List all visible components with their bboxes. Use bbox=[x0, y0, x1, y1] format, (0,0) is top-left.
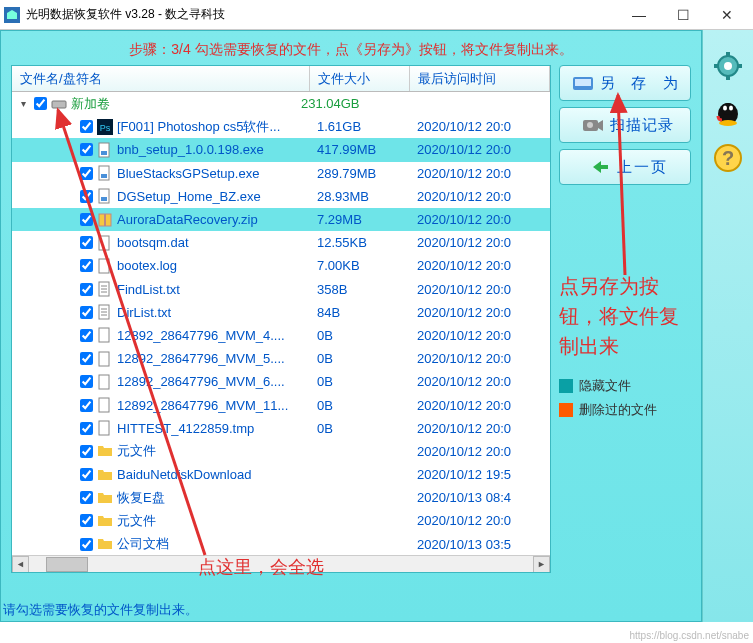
file-size: 417.99MB bbox=[317, 142, 417, 157]
tree-row[interactable]: DGSetup_Home_BZ.exe28.93MB2020/10/12 20:… bbox=[12, 185, 550, 208]
camera-icon bbox=[582, 116, 604, 134]
file-date: 2020/10/12 20:0 bbox=[417, 328, 511, 343]
file-date: 2020/10/12 20:0 bbox=[417, 258, 511, 273]
file-name: bootex.log bbox=[117, 258, 317, 273]
annotation-saveas: 点另存为按钮，将文件复制出来 bbox=[559, 271, 691, 361]
file-type-icon bbox=[97, 513, 113, 529]
gear-icon[interactable] bbox=[712, 50, 744, 82]
row-checkbox[interactable] bbox=[80, 213, 93, 226]
row-checkbox[interactable] bbox=[80, 538, 93, 551]
prev-button[interactable]: 上一页 bbox=[559, 149, 691, 185]
file-date: 2020/10/13 03:5 bbox=[417, 537, 511, 552]
svg-rect-34 bbox=[726, 75, 730, 80]
svg-rect-26 bbox=[99, 421, 109, 435]
row-checkbox[interactable] bbox=[80, 190, 93, 203]
file-date: 2020/10/12 20:0 bbox=[417, 212, 511, 227]
file-name: 恢复E盘 bbox=[117, 489, 317, 507]
minimize-button[interactable]: — bbox=[617, 0, 661, 29]
file-type-icon bbox=[97, 374, 113, 390]
tree-row[interactable]: 元文件2020/10/12 20:0 bbox=[12, 440, 550, 463]
row-checkbox[interactable] bbox=[80, 120, 93, 133]
file-name: bnb_setup_1.0.0.198.exe bbox=[117, 142, 317, 157]
tree-row[interactable]: 12892_28647796_MVM_5....0B2020/10/12 20:… bbox=[12, 347, 550, 370]
row-checkbox[interactable] bbox=[80, 259, 93, 272]
file-date: 2020/10/12 20:0 bbox=[417, 513, 511, 528]
saveas-button[interactable]: 另 存 为 bbox=[559, 65, 691, 101]
tree-row-root[interactable]: ▾新加卷231.04GB bbox=[12, 92, 550, 115]
tree-row[interactable]: bootex.log7.00KB2020/10/12 20:0 bbox=[12, 254, 550, 277]
row-checkbox[interactable] bbox=[80, 306, 93, 319]
file-tree[interactable]: ▾新加卷231.04GBPs[F001] Photoshop cs5软件...1… bbox=[12, 92, 550, 554]
row-checkbox[interactable] bbox=[80, 283, 93, 296]
col-size[interactable]: 文件大小 bbox=[310, 66, 410, 91]
qq-icon[interactable] bbox=[712, 96, 744, 128]
row-checkbox[interactable] bbox=[80, 352, 93, 365]
svg-rect-22 bbox=[99, 328, 109, 342]
row-checkbox[interactable] bbox=[80, 167, 93, 180]
file-size: 0B bbox=[317, 328, 417, 343]
file-type-icon bbox=[97, 420, 113, 436]
tree-row[interactable]: 元文件2020/10/12 20:0 bbox=[12, 509, 550, 532]
scroll-thumb[interactable] bbox=[46, 557, 88, 572]
tree-row[interactable]: 公司文档2020/10/13 03:5 bbox=[12, 533, 550, 554]
row-checkbox[interactable] bbox=[80, 236, 93, 249]
svg-text:?: ? bbox=[722, 147, 734, 169]
checkbox-root[interactable] bbox=[34, 97, 47, 110]
col-name[interactable]: 文件名/盘符名 bbox=[12, 66, 310, 91]
scroll-left-icon[interactable]: ◄ bbox=[12, 556, 29, 573]
scroll-right-icon[interactable]: ► bbox=[533, 556, 550, 573]
file-type-icon bbox=[97, 188, 113, 204]
file-size: 0B bbox=[317, 374, 417, 389]
file-size: 358B bbox=[317, 282, 417, 297]
row-checkbox[interactable] bbox=[80, 422, 93, 435]
tree-row[interactable]: 12892_28647796_MVM_11...0B2020/10/12 20:… bbox=[12, 393, 550, 416]
file-type-icon bbox=[97, 397, 113, 413]
row-checkbox[interactable] bbox=[80, 375, 93, 388]
tree-row[interactable]: BlueStacksGPSetup.exe289.79MB2020/10/12 … bbox=[12, 162, 550, 185]
row-checkbox[interactable] bbox=[80, 468, 93, 481]
help-icon[interactable]: ? bbox=[712, 142, 744, 174]
row-checkbox[interactable] bbox=[80, 143, 93, 156]
tree-row[interactable]: 12892_28647796_MVM_4....0B2020/10/12 20:… bbox=[12, 324, 550, 347]
file-date: 2020/10/12 20:0 bbox=[417, 189, 511, 204]
tree-row[interactable]: bootsqm.dat12.55KB2020/10/12 20:0 bbox=[12, 231, 550, 254]
tree-row[interactable]: 12892_28647796_MVM_6....0B2020/10/12 20:… bbox=[12, 370, 550, 393]
tree-row[interactable]: 恢复E盘2020/10/13 08:4 bbox=[12, 486, 550, 509]
legend-hidden-swatch bbox=[559, 379, 573, 393]
row-checkbox[interactable] bbox=[80, 445, 93, 458]
row-checkbox[interactable] bbox=[80, 329, 93, 342]
collapse-icon[interactable]: ▾ bbox=[16, 98, 30, 109]
file-name: 元文件 bbox=[117, 442, 317, 460]
tree-row[interactable]: Ps[F001] Photoshop cs5软件...1.61GB2020/10… bbox=[12, 115, 550, 138]
file-type-icon bbox=[97, 142, 113, 158]
file-type-icon bbox=[97, 235, 113, 251]
disk-icon bbox=[51, 96, 67, 112]
file-type-icon bbox=[97, 258, 113, 274]
file-date: 2020/10/13 08:4 bbox=[417, 490, 511, 505]
file-type-icon bbox=[97, 304, 113, 320]
file-name: DirList.txt bbox=[117, 305, 317, 320]
file-date: 2020/10/12 20:0 bbox=[417, 444, 511, 459]
file-date: 2020/10/12 20:0 bbox=[417, 282, 511, 297]
tree-row[interactable]: DirList.txt84B2020/10/12 20:0 bbox=[12, 301, 550, 324]
row-checkbox[interactable] bbox=[80, 491, 93, 504]
row-checkbox[interactable] bbox=[80, 399, 93, 412]
tree-row[interactable]: BaiduNetdiskDownload2020/10/12 19:5 bbox=[12, 463, 550, 486]
tree-row[interactable]: HITTEST_4122859.tmp0B2020/10/12 20:0 bbox=[12, 417, 550, 440]
row-checkbox[interactable] bbox=[80, 514, 93, 527]
tree-row[interactable]: FindList.txt358B2020/10/12 20:0 bbox=[12, 278, 550, 301]
file-name: 12892_28647796_MVM_6.... bbox=[117, 374, 317, 389]
maximize-button[interactable]: ☐ bbox=[661, 0, 705, 29]
file-date: 2020/10/12 20:0 bbox=[417, 235, 511, 250]
scanlog-button[interactable]: 扫描记录 bbox=[559, 107, 691, 143]
close-button[interactable]: ✕ bbox=[705, 0, 749, 29]
svg-rect-25 bbox=[99, 398, 109, 412]
file-list-panel: 文件名/盘符名 文件大小 最后访问时间 ▾新加卷231.04GBPs[F001]… bbox=[11, 65, 551, 573]
tree-row[interactable]: AuroraDataRecovery.zip7.29MB2020/10/12 2… bbox=[12, 208, 550, 231]
tree-row[interactable]: bnb_setup_1.0.0.198.exe417.99MB2020/10/1… bbox=[12, 138, 550, 161]
root-size: 231.04GB bbox=[301, 96, 401, 111]
list-header: 文件名/盘符名 文件大小 最后访问时间 bbox=[12, 66, 550, 92]
svg-point-39 bbox=[723, 106, 727, 111]
col-date[interactable]: 最后访问时间 bbox=[410, 66, 550, 91]
file-size: 1.61GB bbox=[317, 119, 417, 134]
